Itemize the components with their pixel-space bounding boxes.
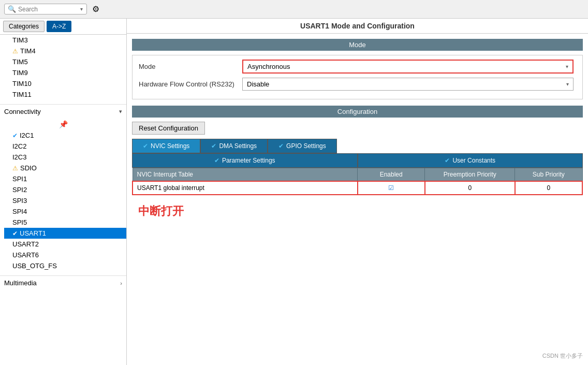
sidebar-item-i2c1[interactable]: ✔ I2C1 xyxy=(4,130,126,141)
page-title: USART1 Mode and Configuration xyxy=(127,19,588,34)
usart6-label: USART6 xyxy=(12,251,39,259)
tab-gpio-settings[interactable]: ✔ GPIO Settings xyxy=(268,139,337,153)
sidebar-item-spi5[interactable]: SPI5 xyxy=(4,217,126,228)
sidebar: Categories A->Z TIM3 ⚠TIM4 TIM5 TIM9 TIM… xyxy=(0,19,127,365)
hw-flow-dropdown[interactable]: Disable ▾ xyxy=(242,78,574,91)
tab-param-check-icon: ✔ xyxy=(214,157,219,164)
sidebar-item-spi4[interactable]: SPI4 xyxy=(4,206,126,217)
tab-az[interactable]: A->Z xyxy=(47,21,71,32)
tim4-label: TIM4 xyxy=(20,47,36,55)
search-input[interactable] xyxy=(18,6,80,13)
sidebar-item-sdio[interactable]: ⚠ SDIO xyxy=(4,163,126,173)
top-bar: 🔍 ▾ ⚙ xyxy=(0,0,588,19)
main-panel: Mode Mode Asynchronous ▾ Hardware Flow C… xyxy=(127,34,588,365)
usb-otg-label: USB_OTG_FS xyxy=(12,262,57,270)
search-box[interactable]: 🔍 ▾ xyxy=(4,4,87,14)
interrupt-preemption: 0 xyxy=(425,181,515,195)
connectivity-label: Connectivity xyxy=(4,108,41,115)
sidebar-item-spi3[interactable]: SPI3 xyxy=(4,195,126,206)
spi2-label: SPI2 xyxy=(12,186,27,194)
hw-flow-label: Hardware Flow Control (RS232) xyxy=(139,80,242,88)
hw-flow-dropdown-arrow: ▾ xyxy=(566,81,569,87)
gear-icon: ⚙ xyxy=(92,5,99,13)
sidebar-item-i2c2[interactable]: I2C2 xyxy=(4,141,126,152)
config-section-header: Configuration xyxy=(132,106,583,118)
tim5-label: TIM5 xyxy=(12,58,28,66)
tab-dma-check-icon: ✔ xyxy=(211,142,216,150)
dropdown-arrow: ▾ xyxy=(80,6,83,12)
hw-flow-row: Hardware Flow Control (RS232) Disable ▾ xyxy=(139,78,576,91)
tab-nvic-label: NVIC Settings xyxy=(151,142,189,150)
sidebar-item-tim5[interactable]: TIM5 xyxy=(4,56,126,67)
reset-configuration-button[interactable]: Reset Configuration xyxy=(132,122,205,135)
mode-select-dropdown[interactable]: Asynchronous ▾ xyxy=(242,60,574,74)
annotation-interrupt-open: 中断打开 xyxy=(138,203,583,219)
tab-dma-settings[interactable]: ✔ DMA Settings xyxy=(200,139,268,153)
i2c2-label: I2C2 xyxy=(12,142,26,150)
interrupt-name: USART1 global interrupt xyxy=(133,181,358,195)
mode-select-value: Asynchronous xyxy=(247,63,290,70)
tab-user-check-icon: ✔ xyxy=(445,157,450,164)
mode-dropdown-arrow: ▾ xyxy=(566,64,568,69)
search-icon: 🔍 xyxy=(8,5,16,13)
connectivity-chevron-icon: ▾ xyxy=(119,108,122,115)
tab-gpio-label: GPIO Settings xyxy=(286,142,326,150)
nvic-table: NVIC Interrupt Table Enabled Preemption … xyxy=(132,168,583,195)
spi5-label: SPI5 xyxy=(12,218,27,226)
tab-dma-label: DMA Settings xyxy=(219,142,257,150)
mode-section-header: Mode xyxy=(132,39,583,51)
check-icon-usart1: ✔ xyxy=(12,230,18,237)
tab-nvic-settings[interactable]: ✔ NVIC Settings xyxy=(132,139,200,153)
usart2-label: USART2 xyxy=(12,240,39,248)
tab-user-constants[interactable]: ✔ User Constants xyxy=(358,153,583,168)
sidebar-divider xyxy=(0,100,126,104)
multimedia-chevron-icon: › xyxy=(120,280,122,286)
interrupt-enabled-checkbox[interactable]: ☑ xyxy=(358,181,425,195)
tim9-label: TIM9 xyxy=(12,69,28,77)
sidebar-connectivity-items: ✔ I2C1 I2C2 I2C3 ⚠ SDIO SPI1 SPI2 SPI3 S… xyxy=(0,130,126,271)
sidebar-item-spi2[interactable]: SPI2 xyxy=(4,184,126,195)
sidebar-item-usart1[interactable]: ✔ USART1 xyxy=(4,228,126,239)
config-section: Configuration Reset Configuration ✔ NVIC… xyxy=(132,106,583,219)
gear-button[interactable]: ⚙ xyxy=(92,4,99,14)
sidebar-item-usart2[interactable]: USART2 xyxy=(4,239,126,250)
tim11-label: TIM11 xyxy=(12,91,32,98)
sidebar-category-connectivity[interactable]: Connectivity ▾ xyxy=(0,104,126,119)
interrupt-sub-priority: 0 xyxy=(515,181,582,195)
sidebar-divider2 xyxy=(0,271,126,275)
sidebar-item-tim4[interactable]: ⚠TIM4 xyxy=(4,46,126,56)
mode-row: Mode Asynchronous ▾ xyxy=(139,60,576,74)
tab-gpio-check-icon: ✔ xyxy=(278,142,284,150)
main-layout: Categories A->Z TIM3 ⚠TIM4 TIM5 TIM9 TIM… xyxy=(0,19,588,365)
sidebar-item-tim3[interactable]: TIM3 xyxy=(4,35,126,46)
sidebar-category-multimedia[interactable]: Multimedia › xyxy=(0,275,126,290)
sidebar-above-connectivity: TIM3 ⚠TIM4 TIM5 TIM9 TIM10 TIM11 xyxy=(0,35,126,100)
col-header-preemption: Preemption Priority xyxy=(425,168,515,182)
tab-categories[interactable]: Categories xyxy=(3,21,45,32)
sidebar-item-tim9[interactable]: TIM9 xyxy=(4,67,126,78)
sidebar-item-i2c3[interactable]: I2C3 xyxy=(4,152,126,163)
hw-flow-value: Disable xyxy=(247,80,269,88)
tabs-row-1: ✔ NVIC Settings ✔ DMA Settings ✔ GPIO Se… xyxy=(132,139,583,153)
tab-param-label: Parameter Settings xyxy=(222,157,275,164)
warning-icon-tim4: ⚠ xyxy=(12,48,18,55)
i2c1-label: I2C1 xyxy=(20,132,34,139)
tabs-row-2: ✔ Parameter Settings ✔ User Constants xyxy=(132,153,583,168)
usart1-label: USART1 xyxy=(20,229,46,237)
spi4-label: SPI4 xyxy=(12,208,27,215)
tab-nvic-check-icon: ✔ xyxy=(143,142,148,150)
sidebar-item-spi1[interactable]: SPI1 xyxy=(4,173,126,184)
sidebar-tabs: Categories A->Z xyxy=(0,19,126,35)
col-header-enabled: Enabled xyxy=(358,168,425,182)
mode-label: Mode xyxy=(139,63,242,70)
check-icon-i2c1: ✔ xyxy=(12,132,18,139)
multimedia-label: Multimedia xyxy=(4,279,37,287)
sidebar-item-tim10[interactable]: TIM10 xyxy=(4,78,126,89)
sidebar-item-tim11[interactable]: TIM11 xyxy=(4,89,126,100)
tab-parameter-settings[interactable]: ✔ Parameter Settings xyxy=(132,153,358,168)
sidebar-item-usb-otg[interactable]: USB_OTG_FS xyxy=(4,260,126,271)
sidebar-pin-icon: 📌 xyxy=(0,119,126,130)
col-header-sub: Sub Priority xyxy=(515,168,582,182)
sidebar-item-usart6[interactable]: USART6 xyxy=(4,250,126,260)
table-row: USART1 global interrupt ☑ 0 0 xyxy=(133,181,582,195)
